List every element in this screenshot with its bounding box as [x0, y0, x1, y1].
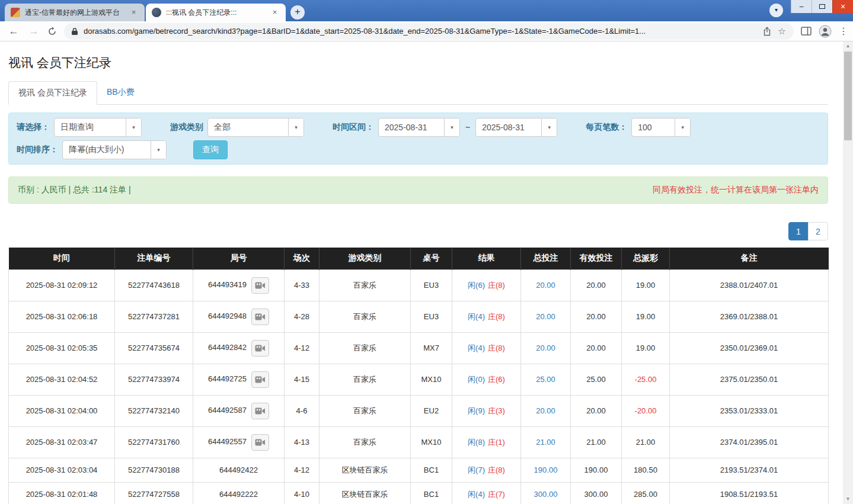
cell-time: 2025-08-31 02:06:18: [9, 301, 115, 332]
video-replay-icon[interactable]: [251, 277, 269, 294]
video-replay-icon[interactable]: [251, 309, 269, 325]
cell-table-no: MX10: [411, 426, 452, 458]
forward-button[interactable]: →: [27, 26, 40, 36]
browser-tab-bet-records[interactable]: :::视讯 会员下注纪录::: ×: [146, 4, 286, 21]
column-header: 时间: [9, 248, 115, 269]
address-bar[interactable]: dorasabs.com/game/betrecord_search/kind3…: [64, 23, 794, 40]
video-replay-icon[interactable]: [251, 434, 269, 451]
game-type-label: 游戏类别: [170, 122, 203, 133]
column-header: 有效投注: [571, 248, 622, 269]
page-title: 视讯 会员下注纪录: [8, 54, 828, 71]
pagination-page-2[interactable]: 2: [808, 222, 828, 240]
result-player: 闲(4): [468, 312, 485, 321]
table-row: 2025-08-31 02:04:00 522774732140 6444925…: [9, 395, 829, 426]
cell-session: 4-6: [285, 395, 320, 426]
total-bet-link[interactable]: 20.00: [536, 281, 555, 290]
result-player: 闲(8): [468, 438, 485, 447]
tab-bet-records[interactable]: 视讯 会员下注纪录: [8, 81, 97, 105]
total-bet-link[interactable]: 25.00: [536, 375, 555, 384]
cell-round-id: 644493419: [193, 269, 285, 301]
video-replay-icon[interactable]: [251, 403, 269, 419]
column-header: 结果: [452, 248, 521, 269]
total-bet-link[interactable]: 20.00: [536, 312, 555, 321]
cell-time: 2025-08-31 02:04:52: [9, 364, 115, 395]
cell-round-id: 644492557: [193, 426, 285, 458]
video-replay-icon[interactable]: [251, 340, 269, 357]
cell-bet-id: 522774735674: [115, 332, 193, 364]
bookmark-star-icon[interactable]: ☆: [777, 27, 787, 36]
scroll-down-icon[interactable]: ▼: [843, 495, 853, 504]
total-bet-link[interactable]: 20.00: [536, 344, 555, 352]
total-bet-link[interactable]: 300.00: [534, 490, 558, 499]
cell-bet-id: 522774743618: [115, 269, 193, 301]
cell-payout: 21.00: [622, 426, 670, 458]
cell-game-type: 百家乐: [320, 426, 411, 458]
browser-tab-home[interactable]: 通宝-信誉最好的网上游戏平台 ×: [5, 4, 145, 21]
column-header: 注单编号: [115, 248, 193, 269]
browser-tab-title: 通宝-信誉最好的网上游戏平台: [25, 8, 124, 18]
maximize-button[interactable]: [812, 0, 832, 13]
cell-valid-bet: 25.00: [571, 364, 622, 395]
table-row: 2025-08-31 02:06:18 522774737281 6444929…: [9, 301, 829, 332]
query-type-select[interactable]: 日期查询 ▾: [54, 118, 142, 137]
cell-table-no: EU3: [411, 301, 452, 332]
total-bet-link[interactable]: 190.00: [534, 466, 558, 474]
tab-close-icon[interactable]: ×: [270, 8, 280, 18]
date-end-input[interactable]: 2025-08-31 ▾: [475, 118, 557, 137]
video-replay-icon[interactable]: [251, 371, 269, 388]
side-panel-icon[interactable]: [801, 27, 812, 36]
result-banker: 庄(8): [488, 312, 505, 321]
query-type-value: 日期查询: [55, 118, 126, 136]
tab-bb-tips[interactable]: BB小费: [97, 81, 144, 105]
result-banker: 庄(7): [488, 490, 505, 499]
tab-close-icon[interactable]: ×: [129, 8, 139, 18]
tab-search-button[interactable]: ▾: [769, 4, 783, 17]
cell-round-id: 644492948: [193, 301, 285, 332]
date-range-label: 时间区间：: [333, 122, 374, 133]
cell-note: 2374.01/2395.01: [670, 426, 829, 458]
table-row: 2025-08-31 02:01:48 522774727558 6444922…: [9, 482, 829, 504]
table-row: 2025-08-31 02:03:04 522774730188 6444924…: [9, 458, 829, 482]
page-size-select[interactable]: 100 ▾: [631, 118, 691, 137]
cell-bet-id: 522774731760: [115, 426, 193, 458]
lock-icon[interactable]: [71, 27, 78, 36]
date-start-input[interactable]: 2025-08-31 ▾: [378, 118, 460, 137]
cell-total-bet: 20.00: [521, 332, 571, 364]
cell-valid-bet: 20.00: [571, 269, 622, 301]
total-bet-link[interactable]: 20.00: [536, 406, 555, 415]
cell-total-bet: 25.00: [521, 364, 571, 395]
pagination-page-1[interactable]: 1: [788, 222, 809, 240]
profile-avatar[interactable]: [819, 25, 832, 38]
column-header: 总投注: [521, 248, 571, 269]
cell-payout: 180.50: [622, 458, 670, 482]
browser-menu-icon[interactable]: ⋮: [839, 27, 846, 36]
page-tabs: 视讯 会员下注纪录 BB小费: [8, 81, 828, 105]
close-button[interactable]: ×: [832, 0, 853, 13]
sort-order-value: 降幂(由大到小): [63, 141, 151, 159]
total-bet-link[interactable]: 21.00: [536, 438, 555, 447]
cell-session: 4-10: [285, 482, 320, 504]
minimize-button[interactable]: –: [791, 0, 812, 13]
cell-game-type: 百家乐: [320, 332, 411, 364]
cell-total-bet: 190.00: [521, 458, 571, 482]
reload-button[interactable]: [47, 27, 57, 36]
search-button[interactable]: 查询: [193, 140, 228, 159]
new-tab-button[interactable]: +: [290, 5, 305, 20]
scroll-up-icon[interactable]: ▲: [843, 41, 853, 51]
cell-result: 闲(4)庄(8): [452, 301, 521, 332]
date-end-value: 2025-08-31: [476, 118, 541, 136]
currency-total-text: 币别 : 人民币 | 总共 :114 注单 |: [18, 185, 131, 195]
share-icon[interactable]: [762, 27, 772, 36]
vertical-scrollbar[interactable]: ▲ ▼: [843, 41, 853, 504]
cell-table-no: EU2: [411, 395, 452, 426]
cell-note: 2375.01/2350.01: [670, 364, 829, 395]
cell-bet-id: 522774732140: [115, 395, 193, 426]
query-type-label: 请选择：: [17, 122, 50, 133]
cell-time: 2025-08-31 02:03:04: [9, 458, 115, 482]
game-type-select[interactable]: 全部 ▾: [207, 118, 304, 137]
back-button[interactable]: ←: [7, 26, 20, 36]
cell-time: 2025-08-31 02:04:00: [9, 395, 115, 426]
chevron-down-icon: ▾: [675, 118, 690, 136]
sort-order-select[interactable]: 降幂(由大到小) ▾: [62, 140, 167, 159]
scrollbar-thumb[interactable]: [844, 52, 852, 140]
